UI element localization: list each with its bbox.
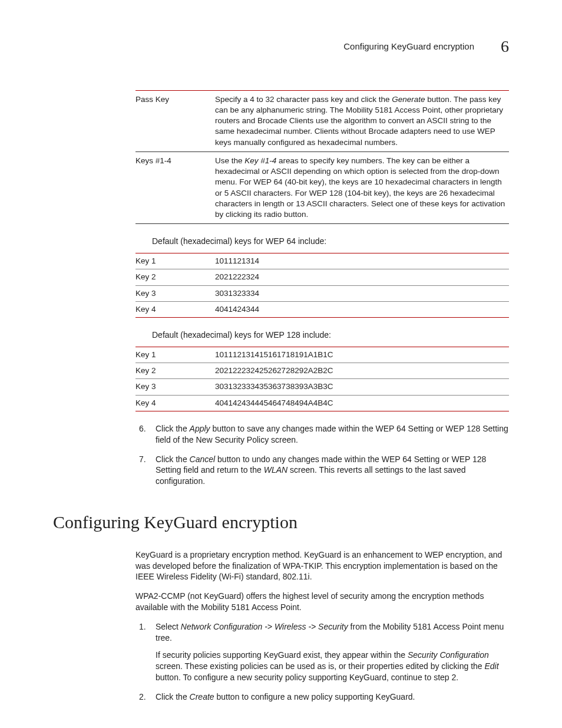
table-row: Key 22021222324: [135, 269, 509, 285]
page-header: Configuring KeyGuard encryption 6: [53, 35, 509, 58]
header-title: Configuring KeyGuard encryption: [343, 41, 474, 52]
row-desc: Specify a 4 to 32 character pass key and…: [215, 90, 509, 151]
row-label: Pass Key: [135, 90, 215, 151]
steps-list: 6. Click the Apply button to save any ch…: [135, 423, 509, 487]
step-item: 6. Click the Apply button to save any ch…: [150, 423, 509, 446]
table-row: Key 11011121314: [135, 253, 509, 269]
wep128-caption: Default (hexadecimal) keys for WEP 128 i…: [152, 330, 509, 341]
step-item: 2. Click the Create button to configure …: [150, 691, 509, 703]
row-desc: Use the Key #1-4 areas to specify key nu…: [215, 151, 509, 223]
wep64-table: Key 11011121314 Key 22021222324 Key 3303…: [135, 253, 509, 318]
paragraph: KeyGuard is a proprietary encryption met…: [135, 549, 509, 583]
step-item: 1. Select Network Configuration -> Wirel…: [150, 621, 509, 683]
wep64-caption: Default (hexadecimal) keys for WEP 64 in…: [152, 236, 509, 247]
section-heading: Configuring KeyGuard encryption: [53, 510, 509, 535]
row-label: Keys #1-4: [135, 151, 215, 223]
steps-list: 1. Select Network Configuration -> Wirel…: [135, 621, 509, 702]
table-row: Key 3303132333435363738393A3B3C: [135, 379, 509, 395]
chapter-number: 6: [501, 35, 509, 58]
step-subtext: If security policies supporting KeyGuard…: [156, 650, 509, 683]
table-row: Key 44041424344: [135, 301, 509, 317]
table-row: Key 4404142434445464748494A4B4C: [135, 395, 509, 411]
wep128-table: Key 1101112131415161718191A1B1C Key 2202…: [135, 347, 509, 411]
paragraph: WPA2-CCMP (not KeyGuard) offers the high…: [135, 591, 509, 613]
table-row: Keys #1-4 Use the Key #1-4 areas to spec…: [135, 151, 509, 223]
table-row: Pass Key Specify a 4 to 32 character pas…: [135, 90, 509, 151]
table-row: Key 2202122232425262728292A2B2C: [135, 363, 509, 379]
definition-table: Pass Key Specify a 4 to 32 character pas…: [135, 90, 509, 224]
step-item: 7. Click the Cancel button to undo any c…: [150, 454, 509, 487]
table-row: Key 33031323334: [135, 285, 509, 301]
table-row: Key 1101112131415161718191A1B1C: [135, 347, 509, 363]
